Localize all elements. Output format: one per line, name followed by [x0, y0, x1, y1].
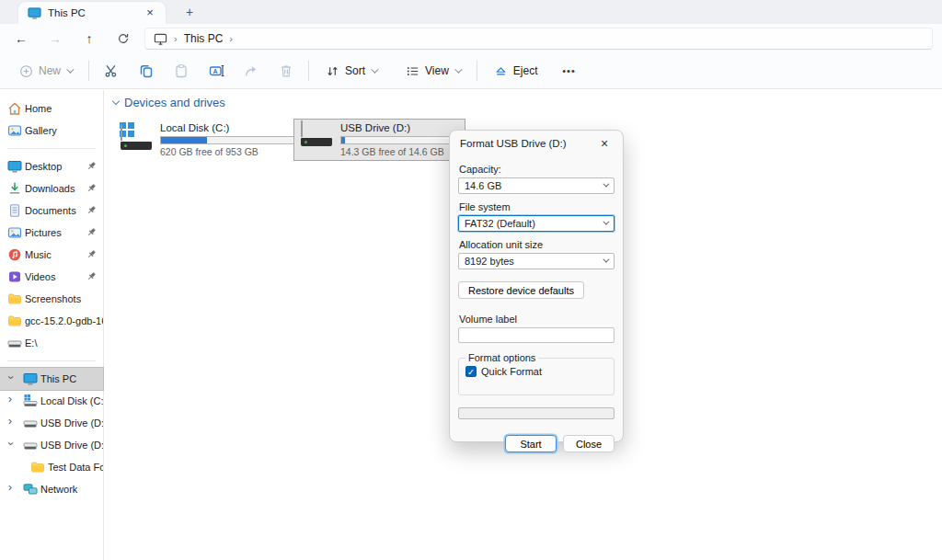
refresh-button[interactable]	[109, 27, 137, 51]
sidebar-item-gallery[interactable]: Gallery	[0, 120, 103, 142]
view-button[interactable]: View	[397, 58, 468, 84]
drive-free-space: 620 GB free of 953 GB	[160, 146, 294, 157]
sort-button[interactable]: Sort	[317, 58, 385, 84]
breadcrumb-chevron-icon: ›	[174, 33, 178, 44]
new-button[interactable]: New	[11, 58, 80, 84]
rename-button[interactable]: A	[202, 58, 230, 84]
usb-drive-icon	[23, 416, 38, 430]
pictures-icon	[7, 225, 22, 240]
refresh-icon	[117, 32, 130, 45]
allocation-unit-select[interactable]: 8192 bytes	[458, 253, 615, 269]
pin-icon	[86, 248, 98, 260]
start-button[interactable]: Start	[505, 435, 557, 452]
cut-scissors-icon	[104, 63, 119, 78]
cut-button[interactable]	[98, 58, 125, 84]
sidebar-item-e-drive[interactable]: E:\	[0, 332, 103, 354]
section-collapse-icon[interactable]	[112, 97, 120, 105]
dialog-title-bar[interactable]: Format USB Drive (D:) ×	[450, 131, 623, 155]
breadcrumb-chevron-icon[interactable]: ›	[229, 33, 233, 44]
this-pc-monitor-icon	[23, 371, 38, 386]
paste-button[interactable]	[167, 58, 195, 84]
network-icon	[23, 482, 38, 497]
capacity-select[interactable]: 14.6 GB	[458, 177, 615, 194]
tab-title: This PC	[48, 7, 135, 18]
tab-this-pc[interactable]: This PC ×	[18, 2, 166, 24]
tree-item-usb-drive-d-1[interactable]: › USB Drive (D:)	[0, 412, 103, 434]
close-button[interactable]: Close	[563, 435, 615, 452]
sidebar-item-documents[interactable]: Documents	[0, 200, 103, 222]
sidebar-divider	[7, 148, 96, 149]
sidebar-item-videos[interactable]: Videos	[0, 266, 103, 288]
section-devices-and-drives[interactable]: Devices and drives	[113, 96, 942, 109]
downloads-icon	[7, 181, 22, 196]
sidebar-item-music[interactable]: Music	[0, 244, 103, 266]
sidebar-item-downloads[interactable]: Downloads	[0, 177, 103, 200]
sidebar-item-pictures[interactable]: Pictures	[0, 222, 103, 244]
sidebar-item-screenshots[interactable]: Screenshots	[0, 288, 103, 310]
pin-icon	[86, 182, 98, 194]
chevron-down-icon	[603, 180, 609, 187]
volume-label-input[interactable]	[458, 327, 615, 343]
navigation-pane: Home Gallery Desktop Downloads Documents…	[0, 90, 104, 560]
back-button[interactable]: ←	[7, 27, 35, 51]
share-button[interactable]	[237, 58, 265, 84]
sidebar-item-home[interactable]: Home	[0, 97, 103, 120]
drive-usage-bar	[160, 136, 294, 144]
system-drive-icon	[23, 394, 38, 408]
quick-format-label: Quick Format	[481, 366, 542, 377]
chevron-collapsed-icon[interactable]: ›	[8, 481, 12, 494]
tree-item-this-pc[interactable]: › This PC	[0, 368, 103, 390]
toolbar-separator	[477, 61, 477, 81]
drive-name: Local Disk (C:)	[160, 122, 294, 134]
delete-button[interactable]	[272, 58, 300, 84]
file-system-select[interactable]: FAT32 (Default)	[458, 215, 615, 232]
sidebar-item-gcc-folder[interactable]: gcc-15.2.0-gdb-16	[0, 310, 103, 332]
folder-icon	[7, 291, 22, 306]
copy-button[interactable]	[132, 58, 160, 84]
share-icon	[244, 63, 258, 78]
chevron-down-icon	[603, 256, 609, 262]
forward-button[interactable]: →	[41, 27, 69, 51]
breadcrumb-this-pc-icon	[154, 32, 167, 46]
command-toolbar: New A Sort View	[0, 53, 942, 89]
chevron-expanded-icon[interactable]: ›	[5, 442, 17, 446]
more-options-button[interactable]: •••	[556, 58, 583, 84]
tree-item-test-data-folder[interactable]: Test Data Folder	[0, 456, 103, 478]
capacity-label: Capacity:	[459, 164, 614, 175]
tab-close-icon[interactable]: ×	[142, 5, 158, 21]
file-explorer-window: This PC × + ← → ↑ › This PC › New	[0, 0, 942, 560]
delete-trash-icon	[279, 63, 293, 78]
sort-icon	[326, 64, 339, 78]
drive-tile-usb-drive-d[interactable]: USB Drive (D:) 14.3 GB free of 14.6 GB	[293, 119, 465, 161]
new-tab-button[interactable]: +	[180, 4, 199, 22]
chevron-collapsed-icon[interactable]: ›	[8, 415, 12, 428]
drive-tile-local-disk-c[interactable]: Local Disk (C:) 620 GB free of 953 GB	[113, 119, 285, 161]
toolbar-separator	[308, 61, 309, 81]
sidebar-item-desktop[interactable]: Desktop	[0, 155, 103, 177]
tree-item-local-disk-c[interactable]: › Local Disk (C:)	[0, 390, 103, 412]
quick-format-checkbox[interactable]	[465, 366, 477, 377]
dialog-title: Format USB Drive (D:)	[460, 138, 567, 149]
view-icon	[406, 64, 419, 78]
restore-defaults-button[interactable]: Restore device defaults	[458, 281, 584, 299]
usb-drive-icon	[23, 438, 38, 452]
format-options-legend: Format options	[465, 352, 538, 363]
address-bar[interactable]: › This PC ›	[144, 28, 933, 50]
tree-item-usb-drive-d-2[interactable]: › USB Drive (D:)	[0, 434, 103, 456]
section-header-label: Devices and drives	[124, 96, 225, 109]
usb-drive-icon	[300, 122, 333, 152]
breadcrumb-this-pc[interactable]: This PC	[184, 32, 224, 45]
chevron-collapsed-icon[interactable]: ›	[8, 393, 12, 406]
up-button[interactable]: ↑	[75, 27, 103, 51]
rename-icon: A	[209, 63, 224, 78]
eject-button[interactable]: Eject	[486, 58, 546, 84]
pin-icon	[86, 160, 98, 172]
dialog-close-icon[interactable]: ×	[596, 136, 613, 151]
navigation-row: ← → ↑ › This PC ›	[0, 24, 942, 53]
chevron-expanded-icon[interactable]: ›	[5, 376, 17, 380]
pin-icon	[86, 226, 98, 238]
tree-item-network[interactable]: › Network	[0, 478, 103, 500]
more-dots-icon: •••	[562, 65, 576, 76]
paste-clipboard-icon	[174, 63, 189, 78]
drive-icon	[7, 336, 22, 350]
